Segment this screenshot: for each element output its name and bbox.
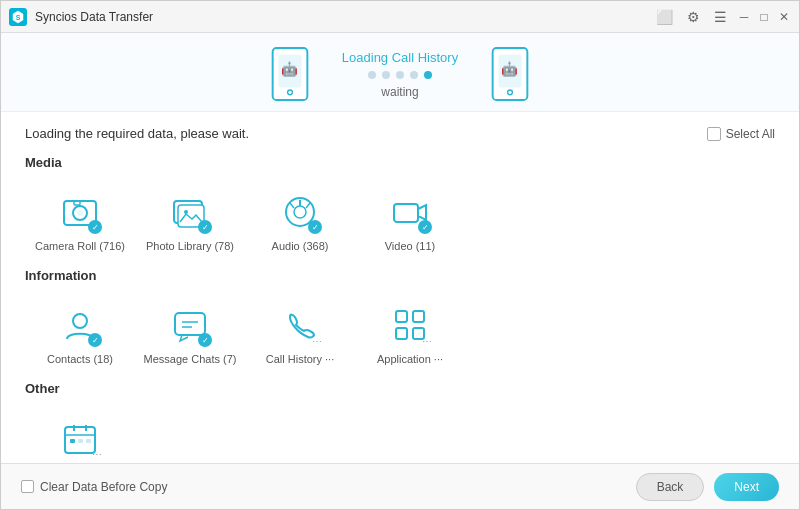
call-history-label: Call History ··· <box>266 353 334 365</box>
settings-icon[interactable]: ⚙ <box>683 7 704 27</box>
section-media-label: Media <box>25 155 775 170</box>
message-check: ✓ <box>198 333 212 347</box>
svg-rect-24 <box>413 311 424 322</box>
calendar-loading: ⋯ <box>92 449 102 460</box>
step-area: Loading Call History waiting <box>312 50 488 99</box>
message-label: Message Chats (7) <box>144 353 237 365</box>
select-all-checkbox[interactable] <box>707 127 721 141</box>
item-video[interactable]: ✓ Video (11) <box>355 180 465 260</box>
audio-icon-wrap: ✓ <box>276 188 324 236</box>
item-calendar[interactable]: ⋯ Calendar ··· <box>25 406 135 463</box>
video-label: Video (11) <box>385 240 436 252</box>
clear-data-label: Clear Data Before Copy <box>40 480 167 494</box>
next-button[interactable]: Next <box>714 473 779 501</box>
item-application[interactable]: ⋯ Application ··· <box>355 293 465 373</box>
camera-roll-check: ✓ <box>88 220 102 234</box>
clear-data-checkbox[interactable] <box>21 480 34 493</box>
loading-bar: Loading the required data, please wait. … <box>25 126 775 141</box>
svg-rect-12 <box>74 201 80 205</box>
camera-roll-icon-wrap: ✓ <box>56 188 104 236</box>
svg-rect-18 <box>394 204 418 222</box>
svg-text:S: S <box>16 14 21 21</box>
message-icon-wrap: ✓ <box>166 301 214 349</box>
dot-4 <box>410 71 418 79</box>
media-grid: ✓ Camera Roll (716) ✓ Photo Library (78) <box>25 180 775 260</box>
calendar-icon-wrap: ⋯ <box>56 414 104 462</box>
close-button[interactable]: ✕ <box>777 10 791 24</box>
minimize-button[interactable]: ─ <box>737 10 751 24</box>
step-status: waiting <box>381 85 418 99</box>
item-camera-roll[interactable]: ✓ Camera Roll (716) <box>25 180 135 260</box>
photo-library-check: ✓ <box>198 220 212 234</box>
svg-rect-31 <box>70 439 75 443</box>
dot-1 <box>368 71 376 79</box>
target-device: 🤖 <box>488 47 532 101</box>
loading-text: Loading the required data, please wait. <box>25 126 249 141</box>
video-check: ✓ <box>418 220 432 234</box>
call-icon-wrap: ⋯ <box>276 301 324 349</box>
svg-rect-32 <box>78 439 83 443</box>
app-window: S Syncios Data Transfer ⬜ ⚙ ☰ ─ □ ✕ 🤖 <box>0 0 800 510</box>
bottom-bar: Clear Data Before Copy Back Next <box>1 463 799 509</box>
audio-check: ✓ <box>308 220 322 234</box>
svg-point-15 <box>184 210 188 214</box>
window-controls: ⬜ ⚙ ☰ ─ □ ✕ <box>652 7 791 27</box>
svg-point-17 <box>294 206 306 218</box>
svg-text:🤖: 🤖 <box>502 61 519 78</box>
svg-point-11 <box>77 210 83 216</box>
item-message-chats[interactable]: ✓ Message Chats (7) <box>135 293 245 373</box>
transfer-header: 🤖 Loading Call History waiting <box>1 33 799 112</box>
info-grid: ✓ Contacts (18) ✓ Message Chats (7) <box>25 293 775 373</box>
audio-label: Audio (368) <box>272 240 329 252</box>
menu-icon[interactable]: ☰ <box>710 7 731 27</box>
other-grid: ⋯ Calendar ··· <box>25 406 775 463</box>
content-area: Loading the required data, please wait. … <box>1 112 799 463</box>
photo-library-label: Photo Library (78) <box>146 240 234 252</box>
select-all-control[interactable]: Select All <box>707 127 775 141</box>
section-other-label: Other <box>25 381 775 396</box>
section-info-label: Information <box>25 268 775 283</box>
application-loading: ⋯ <box>422 336 432 347</box>
camera-roll-label: Camera Roll (716) <box>35 240 125 252</box>
call-history-loading: ⋯ <box>312 336 322 347</box>
svg-point-19 <box>73 314 87 328</box>
action-buttons: Back Next <box>636 473 779 501</box>
select-all-label: Select All <box>726 127 775 141</box>
svg-text:🤖: 🤖 <box>281 61 298 78</box>
item-contacts[interactable]: ✓ Contacts (18) <box>25 293 135 373</box>
item-audio[interactable]: ✓ Audio (368) <box>245 180 355 260</box>
source-device: 🤖 <box>268 47 312 101</box>
svg-rect-20 <box>175 313 205 335</box>
video-icon-wrap: ✓ <box>386 188 434 236</box>
dot-5 <box>424 71 432 79</box>
step-dots <box>368 71 432 79</box>
item-photo-library[interactable]: ✓ Photo Library (78) <box>135 180 245 260</box>
step-title: Loading Call History <box>342 50 458 65</box>
application-label: Application ··· <box>377 353 443 365</box>
contacts-icon-wrap: ✓ <box>56 301 104 349</box>
svg-rect-25 <box>396 328 407 339</box>
dot-2 <box>382 71 390 79</box>
dot-3 <box>396 71 404 79</box>
svg-rect-33 <box>86 439 91 443</box>
app-icon-wrap: ⋯ <box>386 301 434 349</box>
clear-data-control[interactable]: Clear Data Before Copy <box>21 480 167 494</box>
back-button[interactable]: Back <box>636 473 705 501</box>
titlebar: S Syncios Data Transfer ⬜ ⚙ ☰ ─ □ ✕ <box>1 1 799 33</box>
svg-rect-23 <box>396 311 407 322</box>
app-logo: S <box>9 8 27 26</box>
monitor-icon[interactable]: ⬜ <box>652 7 677 27</box>
maximize-button[interactable]: □ <box>757 10 771 24</box>
item-call-history[interactable]: ⋯ Call History ··· <box>245 293 355 373</box>
window-title: Syncios Data Transfer <box>35 10 652 24</box>
contacts-check: ✓ <box>88 333 102 347</box>
photo-library-icon-wrap: ✓ <box>166 188 214 236</box>
contacts-label: Contacts (18) <box>47 353 113 365</box>
